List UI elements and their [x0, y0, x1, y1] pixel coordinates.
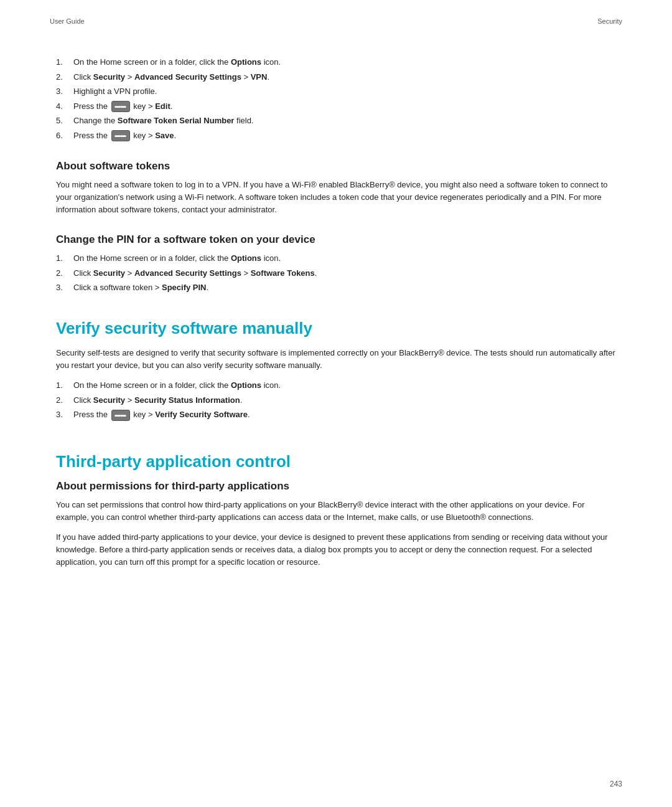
- header-left: User Guide: [50, 17, 85, 25]
- list-item: 3. Press the ▬▬ key > Verify Security So…: [56, 408, 616, 421]
- list-item: 1. On the Home screen or in a folder, cl…: [56, 56, 616, 68]
- bb-key-icon: ▬▬: [111, 130, 130, 141]
- list-item: 3. Highlight a VPN profile.: [56, 85, 616, 98]
- change-pin-section: Change the PIN for a software token on y…: [56, 234, 616, 294]
- change-pin-heading: Change the PIN for a software token on y…: [56, 234, 616, 246]
- bb-key-icon: ▬▬: [111, 410, 130, 421]
- about-permissions-body2: If you have added third-party applicatio…: [56, 531, 616, 569]
- list-item: 6. Press the ▬▬ key > Save.: [56, 130, 616, 142]
- page-header: User Guide Security: [50, 17, 622, 25]
- third-party-major-heading: Third-party application control: [56, 452, 616, 471]
- bb-key-icon: ▬▬: [111, 101, 130, 112]
- intro-list: 1. On the Home screen or in a folder, cl…: [56, 56, 616, 141]
- verify-major-heading: Verify security software manually: [56, 319, 616, 338]
- list-item: 5. Change the Software Token Serial Numb…: [56, 115, 616, 127]
- list-item: 2. Click Security > Advanced Security Se…: [56, 71, 616, 83]
- list-item: 1. On the Home screen or in a folder, cl…: [56, 379, 616, 392]
- list-item: 3. Click a software token > Specify PIN.: [56, 281, 616, 294]
- list-item: 4. Press the ▬▬ key > Edit.: [56, 100, 616, 113]
- about-software-tokens-section: About software tokens You might need a s…: [56, 160, 616, 216]
- about-permissions-body1: You can set permissions that control how…: [56, 499, 616, 524]
- about-permissions-heading: About permissions for third-party applic…: [56, 480, 616, 493]
- list-item: 1. On the Home screen or in a folder, cl…: [56, 252, 616, 265]
- third-party-section: Third-party application control About pe…: [56, 452, 616, 569]
- verify-section: Verify security software manually Securi…: [56, 319, 616, 421]
- page-content: 1. On the Home screen or in a folder, cl…: [50, 56, 622, 569]
- verify-list: 1. On the Home screen or in a folder, cl…: [56, 379, 616, 421]
- page: User Guide Security 1. On the Home scree…: [0, 0, 672, 807]
- verify-body: Security self-tests are designed to veri…: [56, 347, 616, 372]
- list-item: 2. Click Security > Security Status Info…: [56, 394, 616, 407]
- about-software-tokens-heading: About software tokens: [56, 160, 616, 172]
- change-pin-list: 1. On the Home screen or in a folder, cl…: [56, 252, 616, 294]
- page-number: 243: [610, 780, 622, 788]
- about-permissions-subsection: About permissions for third-party applic…: [56, 480, 616, 569]
- about-software-tokens-body: You might need a software token to log i…: [56, 179, 616, 216]
- header-right: Security: [597, 17, 622, 25]
- list-item: 2. Click Security > Advanced Security Se…: [56, 267, 616, 280]
